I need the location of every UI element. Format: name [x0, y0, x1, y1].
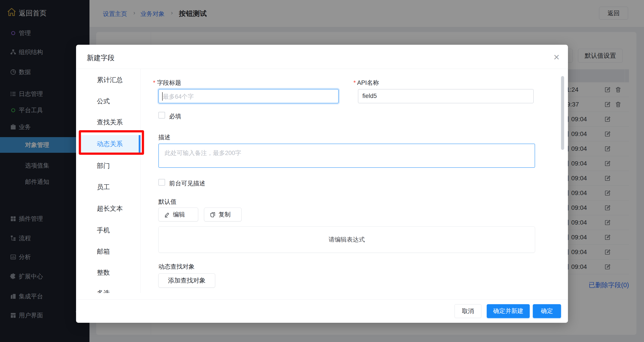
- required-label[interactable]: 必填: [169, 112, 181, 120]
- field-type-tab-2[interactable]: 公式: [76, 92, 140, 110]
- copy-button[interactable]: 复制: [204, 208, 242, 222]
- field-type-tab-5[interactable]: 部门: [76, 157, 140, 175]
- pencil-icon: [164, 211, 170, 218]
- expression-box[interactable]: 请编辑表达式: [158, 226, 535, 253]
- tab-label: 整数: [97, 268, 110, 277]
- required-checkbox[interactable]: [158, 112, 165, 118]
- field-type-tab-9[interactable]: 邮箱: [76, 243, 140, 260]
- modal-scrollbar[interactable]: [561, 76, 564, 150]
- field-type-tab-10[interactable]: 整数: [76, 264, 140, 282]
- field-type-tab-4[interactable]: 动态关系: [80, 135, 140, 153]
- default-value-label: 默认值: [158, 198, 176, 206]
- modal-footer-divider: [76, 300, 568, 300]
- tab-label: 累计汇总: [97, 76, 123, 84]
- tab-label: 超长文本: [97, 204, 123, 213]
- expression-placeholder: 请编辑表达式: [158, 236, 535, 244]
- edit-button[interactable]: 编辑: [158, 208, 198, 222]
- field-type-tab-8[interactable]: 手机: [76, 222, 140, 239]
- text-caret: [162, 92, 162, 101]
- tab-label: 邮箱: [97, 247, 110, 256]
- field-title-input[interactable]: 最多64个字: [158, 89, 339, 103]
- active-tab-indicator: [139, 135, 140, 153]
- tab-label: 部门: [97, 162, 110, 170]
- description-textarea[interactable]: 此处可输入备注，最多200字: [158, 144, 535, 168]
- front-visible-checkbox[interactable]: [158, 179, 165, 186]
- field-type-tab-11[interactable]: 多选: [76, 284, 140, 293]
- edit-button-label: 编辑: [173, 210, 185, 218]
- field-type-tab-7[interactable]: 超长文本: [76, 200, 140, 218]
- tab-label: 手机: [97, 226, 110, 235]
- cancel-button[interactable]: 取消: [454, 304, 482, 318]
- field-type-tab-3[interactable]: 查找关系: [76, 114, 140, 131]
- confirm-button[interactable]: 确定: [533, 304, 561, 318]
- description-placeholder: 此处可输入备注，最多200字: [165, 149, 241, 157]
- api-name-label: API名称: [354, 79, 379, 87]
- tab-label: 查找关系: [97, 118, 123, 127]
- tab-label: 公式: [97, 97, 110, 106]
- field-title-label: 字段标题: [153, 79, 181, 87]
- modal-title: 新建字段: [87, 53, 114, 63]
- dynamic-lookup-label: 动态查找对象: [158, 262, 194, 271]
- tab-label: 动态关系: [97, 140, 123, 148]
- field-type-tab-list: 累计汇总公式查找关系动态关系部门员工超长文本手机邮箱整数多选: [76, 69, 140, 293]
- close-icon[interactable]: ×: [551, 52, 562, 63]
- tab-label: 员工: [97, 183, 110, 192]
- api-name-value: field5: [362, 92, 377, 100]
- new-field-modal: 新建字段 × 累计汇总公式查找关系动态关系部门员工超长文本手机邮箱整数多选 字段…: [76, 45, 568, 323]
- field-title-placeholder: 最多64个字: [163, 92, 194, 101]
- tab-label: 多选: [97, 289, 110, 293]
- add-lookup-object-button[interactable]: 添加查找对象: [158, 273, 215, 288]
- description-label: 描述: [158, 133, 170, 141]
- field-type-tab-1[interactable]: 累计汇总: [76, 71, 140, 89]
- copy-button-label: 复制: [218, 210, 230, 218]
- copy-icon: [210, 211, 216, 218]
- modal-header-divider: [76, 69, 568, 69]
- api-name-input[interactable]: field5: [358, 89, 534, 103]
- field-type-tab-6[interactable]: 员工: [76, 178, 140, 196]
- tab-rail-divider: [140, 69, 141, 293]
- front-visible-label[interactable]: 前台可见描述: [169, 180, 205, 188]
- confirm-and-new-button[interactable]: 确定并新建: [487, 304, 530, 318]
